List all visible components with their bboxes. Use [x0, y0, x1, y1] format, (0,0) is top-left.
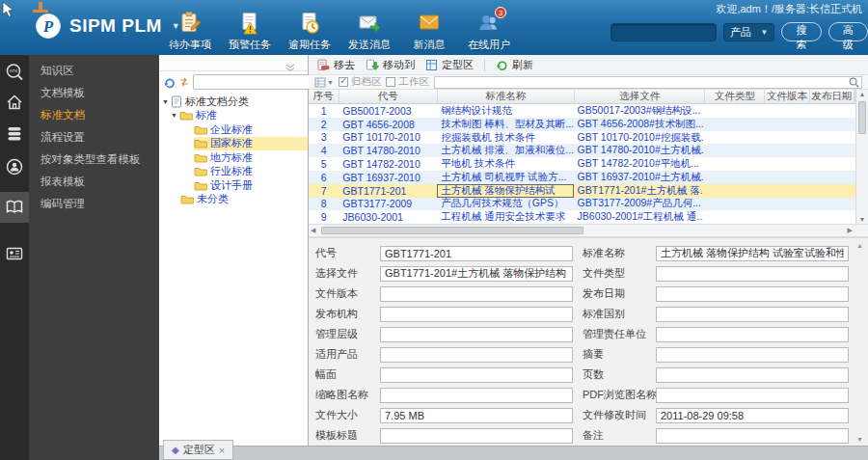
page-count-field[interactable] — [656, 367, 849, 383]
cell-name[interactable]: 平地机 技术条件 — [437, 157, 573, 171]
sidebar-item-process-settings[interactable]: 流程设置 — [29, 126, 159, 149]
table-row[interactable]: 2 GBT 4656-2008 技术制图 棒料、型材及其断... GBT 465… — [309, 118, 855, 131]
scrollbar-thumb[interactable] — [858, 101, 866, 134]
sidebar-item-doc-templates[interactable]: 文档模板 — [29, 82, 159, 104]
responsible-unit-field[interactable] — [656, 327, 849, 342]
rail-support[interactable] — [0, 151, 29, 182]
cell-name[interactable]: 土方机械 司机视野 试验方... — [437, 171, 573, 184]
summary-field[interactable] — [656, 347, 849, 363]
cell-code[interactable]: GBT3177-2009 — [339, 198, 437, 211]
tree-expand-icon[interactable]: ▼ — [162, 98, 171, 105]
template-title-field[interactable] — [380, 428, 573, 444]
collapse-panel-icon[interactable] — [285, 59, 295, 76]
tree-search-input[interactable] — [194, 77, 327, 88]
cell-file[interactable]: GB50017-2003#钢结构设... — [574, 104, 703, 118]
nav-send-message[interactable]: 发送消息 — [339, 11, 399, 52]
finalize-area-tab[interactable]: ◆ 定型区 × — [163, 440, 233, 460]
table-row[interactable]: 3 GBT 10170-2010 挖掘装载机 技术条件 GBT 10170-20… — [309, 131, 855, 145]
standard-country-field[interactable] — [656, 307, 849, 322]
finalize-area-button[interactable]: 定型区 — [425, 58, 474, 72]
remarks-field[interactable] — [656, 428, 849, 444]
nav-warning-tasks[interactable]: 预警任务 — [220, 11, 280, 52]
tree-node-industry-standard[interactable]: 行业标准 — [159, 165, 308, 179]
management-level-field[interactable] — [380, 327, 573, 342]
view-mode-button[interactable]: ▼ — [314, 77, 334, 88]
sidebar-item-code-management[interactable]: 编码管理 — [29, 193, 159, 215]
applicable-product-field[interactable] — [380, 347, 573, 363]
rail-sipm-search[interactable]: SIPM — [0, 57, 29, 88]
nav-overdue-tasks[interactable]: 逾期任务 — [280, 11, 339, 52]
table-row[interactable]: 4 GBT 14780-2010 土方机械 排液、加液和液位... GBT 14… — [309, 144, 855, 157]
table-filter-input[interactable] — [435, 77, 849, 88]
cell-file[interactable]: GBT 14780-2010#土方机械... — [574, 144, 703, 157]
tree-link-icon[interactable] — [178, 76, 190, 88]
sidebar-item-report-templates[interactable]: 报表模板 — [29, 171, 159, 193]
cell-code[interactable]: GBT1771-201 — [339, 184, 437, 198]
tree-node-local-standard[interactable]: 地方标准 — [159, 150, 308, 165]
search-category-select[interactable]: 产品 ▼ — [723, 23, 774, 41]
cell-name[interactable]: 工程机械 通用安全技术要求 — [437, 210, 573, 224]
sidebar-item-view-templates-by-type[interactable]: 按对象类型查看模板 — [29, 149, 159, 171]
cell-code[interactable]: GBT 16937-2010 — [339, 171, 437, 184]
selected-file-field[interactable] — [380, 266, 573, 282]
table-row-selected[interactable]: 7 GBT1771-201 土方机械 落物保护结构试 GBT1771-201#土… — [309, 184, 855, 198]
table-row[interactable]: 6 GBT 16937-2010 土方机械 司机视野 试验方... GBT 16… — [309, 171, 855, 184]
tree-node-national-standard[interactable]: 国家标准 — [159, 137, 308, 151]
file-version-field[interactable] — [380, 286, 573, 302]
rail-home[interactable] — [0, 87, 29, 118]
close-icon[interactable]: × — [219, 445, 225, 456]
scroll-down-icon[interactable]: ▼ — [854, 436, 865, 443]
cell-name[interactable]: 产品几何技术规范（GPS） — [437, 198, 573, 211]
tree-node-design-manual[interactable]: 设计手册 — [159, 178, 308, 193]
tree-expand-icon[interactable]: ▼ — [171, 112, 179, 119]
standard-name-field[interactable] — [656, 246, 849, 261]
nav-todo[interactable]: 待办事项 — [160, 11, 220, 52]
scrollbar-thumb[interactable] — [321, 227, 583, 234]
table-horizontal-scrollbar[interactable]: ◀ ▶ — [309, 224, 868, 237]
scroll-left-icon[interactable]: ◀ — [311, 227, 315, 234]
sidebar-item-knowledge[interactable]: 知识区 — [29, 60, 159, 82]
cell-file[interactable]: GBT1771-201#土方机械 落... — [574, 184, 703, 198]
pdf-preview-name-field[interactable] — [656, 388, 849, 403]
code-field[interactable] — [380, 246, 573, 261]
tree-node-standard[interactable]: ▼ 标准 — [159, 109, 308, 123]
column-header[interactable]: 发布日期 — [810, 90, 854, 103]
scroll-down-icon[interactable]: ▼ — [856, 216, 868, 223]
cell-file[interactable]: GBT 14782-2010#平地机... — [574, 157, 703, 171]
cell-name[interactable]: 技术制图 棒料、型材及其断... — [437, 118, 573, 131]
rail-id-card[interactable] — [0, 238, 29, 269]
cell-file[interactable]: GBT3177-2009#产品几何... — [574, 198, 703, 211]
table-vertical-scrollbar[interactable]: ▲ ▼ — [855, 90, 868, 224]
sidebar-item-standard-docs[interactable]: 标准文档 — [29, 104, 159, 126]
work-area-checkbox[interactable]: 工作区 — [386, 75, 429, 89]
remove-button[interactable]: 移去 — [316, 58, 355, 72]
tree-node-uncategorized[interactable]: 未分类 — [159, 193, 308, 207]
table-row[interactable]: 9 JB6030-2001 工程机械 通用安全技术要求 JB6030-2001#… — [309, 210, 855, 224]
file-modified-time-field[interactable] — [656, 408, 849, 423]
cell-name[interactable]: 钢结构设计规范 — [437, 104, 573, 118]
file-size-field[interactable] — [380, 408, 573, 423]
table-row[interactable]: 1 GB50017-2003 钢结构设计规范 GB50017-2003#钢结构设… — [309, 104, 855, 118]
thumbnail-name-field[interactable] — [380, 388, 573, 403]
tree-node-enterprise-standard[interactable]: 企业标准 — [159, 122, 308, 137]
global-search-input[interactable] — [610, 23, 717, 41]
form-vertical-scrollbar[interactable]: ▲ ▼ — [854, 242, 865, 443]
file-type-field[interactable] — [656, 266, 849, 282]
cell-name[interactable]: 土方机械 落物保护结构试 — [437, 184, 573, 198]
rail-database[interactable] — [0, 119, 29, 149]
column-header[interactable]: 代号 — [339, 90, 439, 103]
scroll-up-icon[interactable]: ▲ — [854, 242, 865, 249]
table-row[interactable]: 5 GBT 14782-2010 平地机 技术条件 GBT 14782-2010… — [309, 157, 855, 171]
cell-code[interactable]: JB6030-2001 — [339, 210, 437, 224]
rail-library[interactable] — [0, 192, 29, 223]
sheet-size-field[interactable] — [380, 367, 573, 383]
nav-new-message[interactable]: 新消息 — [399, 11, 459, 52]
table-row[interactable]: 8 GBT3177-2009 产品几何技术规范（GPS） GBT3177-200… — [309, 198, 855, 211]
cell-file[interactable]: GBT 16937-2010#土方机械... — [574, 171, 703, 184]
cell-name[interactable]: 挖掘装载机 技术条件 — [437, 131, 573, 145]
cell-code[interactable]: GBT 14782-2010 — [339, 157, 437, 171]
move-to-button[interactable]: 移动到 — [366, 58, 415, 72]
advanced-search-button[interactable]: 高级 — [828, 22, 868, 41]
cell-code[interactable]: GBT 4656-2008 — [339, 118, 437, 131]
archive-area-checkbox[interactable]: 归档区 — [339, 75, 382, 89]
